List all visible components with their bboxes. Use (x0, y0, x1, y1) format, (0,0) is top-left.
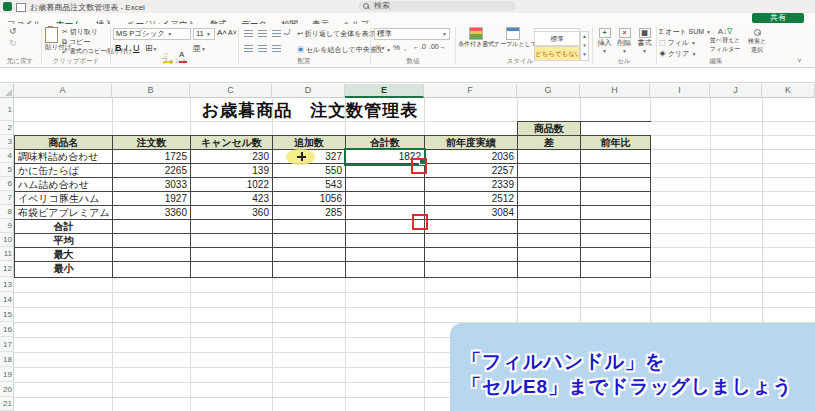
cell-G8[interactable] (518, 206, 581, 220)
row-header-17[interactable]: 17 (0, 337, 14, 352)
cell-A8[interactable]: 布袋ビアプレミアム (15, 206, 113, 220)
row-header-16[interactable]: 16 (0, 322, 14, 337)
cell-A6[interactable]: ハム詰め合わせ (15, 178, 113, 192)
cell-F3[interactable]: 前年度実績 (425, 136, 518, 150)
column-header-D[interactable]: D (272, 84, 345, 98)
row-header-3[interactable]: 3 (0, 135, 14, 149)
row-header-19[interactable]: 19 (0, 367, 14, 382)
grow-font-icon[interactable]: A˄ (217, 28, 227, 37)
column-header-I[interactable]: I (650, 84, 710, 98)
row-header-8[interactable]: 8 (0, 205, 14, 219)
cell-B9[interactable] (113, 220, 191, 234)
row-header-15[interactable]: 15 (0, 307, 14, 322)
row-header-10[interactable]: 10 (0, 233, 14, 247)
orientation-icon[interactable]: ⤾ (284, 28, 291, 38)
autosum-button[interactable]: Σ オート SUM ▼ (659, 27, 711, 37)
column-header-B[interactable]: B (112, 84, 190, 98)
cell-B11[interactable] (113, 248, 191, 262)
cut-button[interactable]: ✂ 切り取り (62, 27, 98, 37)
cell-C4[interactable]: 230 (191, 150, 273, 164)
format-cells-button[interactable]: ▦ 書式 ▼ (635, 28, 654, 54)
cell-G11[interactable] (518, 248, 581, 262)
cell-D10[interactable] (273, 234, 346, 248)
align-center-icon[interactable] (258, 45, 267, 52)
cell-style-chip[interactable]: 標準 (534, 31, 580, 46)
cell-B3[interactable]: 注文数 (113, 136, 191, 150)
row-header-6[interactable]: 6 (0, 177, 14, 191)
cell-A10[interactable]: 平均 (15, 234, 113, 248)
italic-button[interactable]: I (125, 43, 128, 53)
cell-A4[interactable]: 調味料詰め合わせ (15, 150, 113, 164)
cell-C11[interactable] (191, 248, 273, 262)
cell-C5[interactable]: 139 (191, 164, 273, 178)
row-header-2[interactable]: 2 (0, 121, 14, 135)
row-header-9[interactable]: 9 (0, 219, 14, 233)
redo-icon[interactable]: ↻ (9, 38, 17, 48)
format-as-table-button[interactable]: テーブルとして書式設定 (494, 27, 532, 49)
borders-icon[interactable]: ⊞▼ (145, 43, 158, 53)
cell-H8[interactable] (581, 206, 651, 220)
cell-B8[interactable]: 3360 (113, 206, 191, 220)
cell-G9[interactable] (518, 220, 581, 234)
cell-H5[interactable] (581, 164, 651, 178)
shrink-font-icon[interactable]: A˅ (228, 29, 237, 36)
cell-A12[interactable]: 最小 (15, 262, 113, 278)
cell-A7[interactable]: イベリコ豚生ハム (15, 192, 113, 206)
row-header-4[interactable]: 4 (0, 149, 14, 163)
comma-style-icon[interactable]: , (404, 43, 406, 52)
row-header-7[interactable]: 7 (0, 191, 14, 205)
cell-F5[interactable]: 2257 (425, 164, 518, 178)
share-button[interactable]: 共有 (752, 13, 804, 23)
cell-A5[interactable]: かに缶たらば (15, 164, 113, 178)
sort-filter-button[interactable]: A↓∇ 並べ替えと フィルター (709, 27, 741, 54)
bold-button[interactable]: B (115, 43, 122, 53)
cell-H10[interactable] (581, 234, 651, 248)
undo-icon[interactable]: ↺ (9, 26, 17, 36)
collapse-ribbon-icon[interactable]: ˅ (797, 56, 802, 65)
cell-H4[interactable] (581, 150, 651, 164)
cell-E6[interactable] (346, 178, 425, 192)
cell-D7[interactable]: 1056 (273, 192, 346, 206)
percent-style-icon[interactable]: % (393, 43, 400, 52)
row-header-13[interactable]: 13 (0, 277, 14, 292)
cell-E10[interactable] (346, 234, 425, 248)
cell-A3[interactable]: 商品名 (15, 136, 113, 150)
accounting-format-icon[interactable]: ¥▼ (376, 43, 385, 52)
column-header-K[interactable]: K (762, 84, 815, 98)
cell-G6[interactable] (518, 178, 581, 192)
cell-D9[interactable] (273, 220, 346, 234)
conditional-formatting-button[interactable]: 条件付き書式 (458, 27, 494, 49)
insert-cells-button[interactable]: + 挿入 ▼ (595, 28, 614, 54)
font-size-select[interactable]: 11 ▼ (193, 28, 215, 40)
column-header-C[interactable]: C (190, 84, 272, 98)
cell-C7[interactable]: 423 (191, 192, 273, 206)
row-header-14[interactable]: 14 (0, 292, 14, 307)
cell-F6[interactable]: 2339 (425, 178, 518, 192)
cell-E11[interactable] (346, 248, 425, 262)
increase-decimal-icon[interactable]: ←.0 (413, 43, 426, 50)
cell-F4[interactable]: 2036 (425, 150, 518, 164)
cell-C8[interactable]: 360 (191, 206, 273, 220)
cell-F11[interactable] (425, 248, 518, 262)
cell-D12[interactable] (273, 262, 346, 278)
align-left-icon[interactable] (244, 45, 253, 52)
cell-G4[interactable] (518, 150, 581, 164)
cell-G10[interactable] (518, 234, 581, 248)
cell-F10[interactable] (425, 234, 518, 248)
cell-D11[interactable] (273, 248, 346, 262)
row-header-5[interactable]: 5 (0, 163, 14, 177)
cell-B12[interactable] (113, 262, 191, 278)
number-format-select[interactable]: 標準 ▼ (374, 28, 450, 40)
row-header-20[interactable]: 20 (0, 382, 14, 397)
cell-G12[interactable] (518, 262, 581, 278)
cell-B7[interactable]: 1927 (113, 192, 191, 206)
cell-G3[interactable]: 差 (518, 136, 581, 150)
cell-C10[interactable] (191, 234, 273, 248)
cell-A11[interactable]: 最大 (15, 248, 113, 262)
cell-E12[interactable] (346, 262, 425, 278)
column-header-F[interactable]: F (424, 84, 517, 98)
cell-D3[interactable]: 追加数 (273, 136, 346, 150)
cell-H12[interactable] (581, 262, 651, 278)
cell-C6[interactable]: 1022 (191, 178, 273, 192)
cell-H11[interactable] (581, 248, 651, 262)
